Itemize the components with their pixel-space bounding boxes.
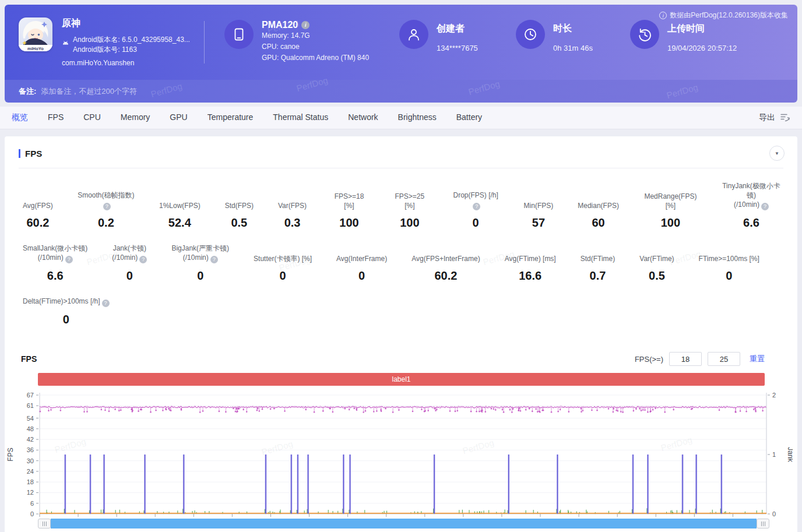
metric-label: Drop(FPS) [/h]? [452, 191, 500, 210]
metric-label: Stutter(卡顿率) [%] [254, 254, 312, 263]
device-cpu: CPU: canoe [262, 41, 369, 52]
metric-row: Delta(FTime)>100ms [/h]?0 [10, 297, 793, 326]
help-icon[interactable]: ? [761, 203, 769, 210]
scrollbar-right-handle[interactable] [757, 519, 769, 529]
upload-time-texts: 上传时间 19/04/2026 20:57:12 [667, 20, 737, 80]
metric-label: Min(FPS) [524, 201, 554, 210]
tab-bar: 概览FPSCPUMemoryGPUTemperatureThermal Stat… [0, 107, 802, 129]
report-header-main: miHoYo 原神 Android版本名: 6.5.0_43295958_43.… [5, 5, 797, 80]
metric-label: Var(FTime) [639, 254, 674, 263]
metric-label: BigJank(严重卡顿) (/10min)? [171, 244, 229, 263]
metric-value: 60 [578, 216, 619, 230]
metric-row: Avg(FPS)60.2Smooth(稳帧指数)?0.21%Low(FPS)52… [10, 181, 793, 230]
remark-label: 备注: [19, 86, 36, 97]
svg-text:FPS: FPS [6, 448, 15, 461]
metric-cell: Std(FTime)0.7 [568, 254, 628, 283]
scrollbar-track[interactable] [51, 519, 757, 529]
metric-label: Std(FTime) [581, 254, 615, 263]
help-icon[interactable]: ? [473, 203, 480, 210]
fps-threshold-input-1[interactable] [669, 352, 702, 366]
collapse-button[interactable]: ▼ [769, 146, 785, 161]
device-memory: Memory: 14.7G [262, 30, 369, 41]
metric-value: 100 [392, 216, 428, 230]
creator-texts: 创建者 134****7675 [437, 20, 478, 80]
svg-text:1: 1 [772, 451, 776, 458]
svg-text:30: 30 [27, 457, 34, 464]
metric-cell: Avg(FPS)60.2 [10, 201, 65, 230]
metric-label: Jank(卡顿) (/10min)? [112, 244, 147, 263]
remark-input[interactable]: 添加备注，不超过200个字符 [41, 86, 137, 97]
metric-value: 0 [112, 269, 147, 283]
export-button[interactable]: 导出 [759, 112, 790, 123]
tab-overview[interactable]: 概览 [12, 112, 28, 123]
help-icon[interactable]: ? [102, 300, 110, 307]
app-info-block: miHoYo 原神 Android版本名: 6.5.0_43295958_43.… [19, 5, 204, 80]
history-clock-icon [630, 20, 659, 49]
svg-text:0: 0 [772, 510, 776, 517]
metric-value: 60.2 [411, 269, 480, 283]
svg-text:67: 67 [27, 392, 34, 399]
fps-card-title-text: FPS [25, 149, 42, 158]
app-name: 原神 [62, 17, 190, 30]
tab-cpu[interactable]: CPU [83, 112, 101, 123]
tab-brightness[interactable]: Brightness [398, 112, 437, 123]
tab-memory[interactable]: Memory [121, 112, 150, 123]
person-icon [399, 20, 428, 49]
chart-area: 061218243036424854616701200:0001:4103:22… [5, 389, 797, 528]
genshin-paimon-icon: miHoYo [19, 17, 52, 51]
device-model: PMA120 [262, 20, 298, 30]
reset-link[interactable]: 重置 [750, 354, 765, 364]
export-label: 导出 [759, 112, 775, 123]
svg-text:2: 2 [772, 392, 776, 399]
creator-value: 134****7675 [437, 44, 478, 52]
metric-cell: Delta(FTime)>100ms [/h]?0 [10, 297, 122, 326]
metric-cell: Avg(FPS+InterFrame)60.2 [399, 254, 492, 283]
metric-cell: Std(FPS)0.5 [213, 201, 266, 230]
device-model-row: PMA120 i [262, 20, 369, 30]
help-icon[interactable]: ? [139, 256, 147, 263]
metric-label: Avg(FTime) [ms] [505, 254, 556, 263]
metric-value: 6.6 [23, 269, 87, 283]
metric-value: 0 [336, 269, 387, 283]
svg-text:24: 24 [27, 468, 34, 475]
tab-fps[interactable]: FPS [48, 112, 64, 123]
report-header: miHoYo 原神 Android版本名: 6.5.0_43295958_43.… [5, 5, 797, 103]
chart-label-text: label1 [392, 375, 410, 383]
metric-label: FTime>=100ms [%] [699, 254, 759, 263]
info-outline-icon: i [659, 12, 667, 19]
metric-value: 57 [524, 216, 554, 230]
metric-label: Delta(FTime)>100ms [/h]? [23, 297, 110, 307]
tab-battery[interactable]: Battery [456, 112, 482, 123]
svg-text:0: 0 [30, 510, 34, 517]
fps-card: FPS ▼ Avg(FPS)60.2Smooth(稳帧指数)?0.21%Low(… [5, 136, 797, 532]
metric-value: 6.6 [722, 216, 780, 230]
help-icon[interactable]: ? [210, 256, 218, 263]
metric-cell: Drop(FPS) [/h]?0 [440, 191, 512, 230]
device-info-texts: PMA120 i Memory: 14.7G CPU: canoe GPU: Q… [262, 20, 369, 80]
metric-value: 52.4 [159, 216, 200, 230]
tab-thermal-status[interactable]: Thermal Status [273, 112, 328, 123]
help-icon[interactable]: ? [103, 203, 111, 210]
duration-label: 时长 [553, 23, 593, 35]
metric-label: FPS>=25 [%] [392, 192, 428, 210]
metric-cell: Var(FPS)0.3 [266, 201, 319, 230]
metric-cell: Min(FPS)57 [512, 201, 566, 230]
help-icon[interactable]: ? [65, 256, 73, 263]
scrollbar-left-handle[interactable] [38, 519, 51, 529]
metric-cell: Smooth(稳帧指数)?0.2 [65, 191, 147, 230]
tab-gpu[interactable]: GPU [170, 112, 187, 123]
fps-threshold-filter: FPS(>=) 重置 [635, 352, 765, 366]
metric-cell: SmallJank(微小卡顿) (/10min)?6.6 [10, 244, 100, 283]
grip-icon [44, 522, 45, 526]
metric-cell: Stutter(卡顿率) [%]0 [241, 254, 324, 283]
tab-network[interactable]: Network [348, 112, 378, 123]
fps-threshold-input-2[interactable] [708, 352, 740, 366]
duration-value: 0h 31m 46s [553, 44, 593, 52]
clock-icon [516, 20, 545, 49]
metric-cell: FTime>=100ms [%]0 [687, 254, 772, 283]
phone-icon [224, 20, 254, 49]
metric-value: 0 [254, 269, 312, 283]
tab-temperature[interactable]: Temperature [207, 112, 254, 123]
metric-value: 100 [643, 216, 698, 230]
device-info-icon[interactable]: i [301, 21, 309, 29]
